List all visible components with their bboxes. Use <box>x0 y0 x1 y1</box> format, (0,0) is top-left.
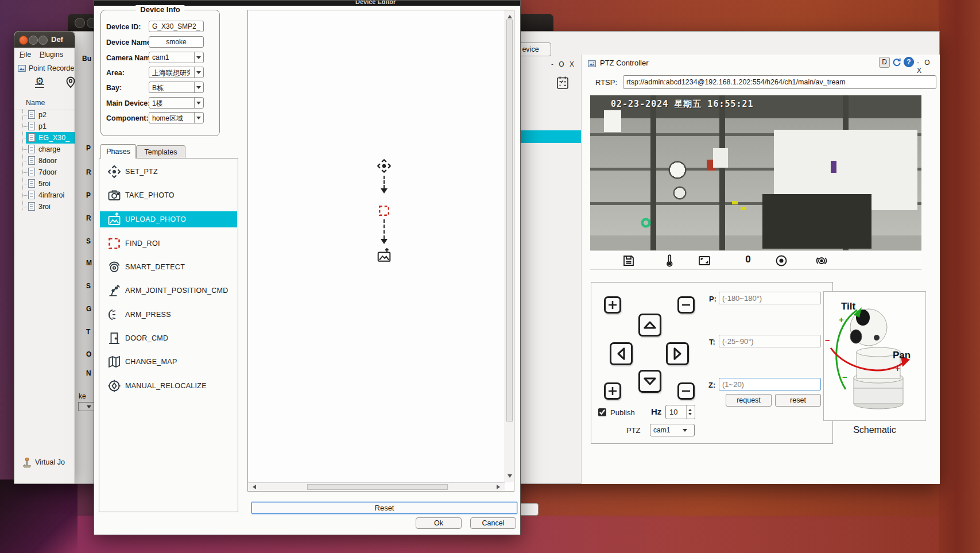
phase-item[interactable]: SET_PTZ <box>100 164 237 180</box>
panel-header: Point Recorde <box>14 63 75 75</box>
component-select[interactable]: home区域 <box>149 112 204 123</box>
checklist-icon[interactable] <box>556 75 570 90</box>
find-roi-icon <box>107 237 121 250</box>
cancel-button[interactable]: Cancel <box>470 517 516 529</box>
document-icon <box>28 191 35 199</box>
area-select[interactable]: 上海联想研究 <box>149 67 204 78</box>
tab-templates[interactable]: Templates <box>136 145 185 158</box>
panel-title: Point Recorde <box>29 64 74 72</box>
ok-button[interactable]: Ok <box>416 517 462 529</box>
pan-input[interactable] <box>719 292 821 304</box>
vertical-scrollbar[interactable] <box>505 10 514 482</box>
video-feed[interactable]: 02-23-2024 星期五 16:55:21 <box>590 95 921 250</box>
scroll-up-arrow[interactable] <box>508 13 512 18</box>
ptz-camera-select[interactable]: cam1 <box>650 424 695 436</box>
bg-fragment-label: ke <box>79 392 86 400</box>
bg-panel-window-controls[interactable]: - O X <box>551 60 576 68</box>
hz-spinner[interactable]: 10 <box>665 405 695 419</box>
scrollbar-thumb[interactable] <box>506 20 513 421</box>
scroll-left-arrow[interactable] <box>250 485 256 489</box>
document-icon <box>28 133 35 142</box>
ptz-camera-value: cam1 <box>653 426 670 434</box>
bay-select[interactable]: B栋 <box>149 82 204 93</box>
zoom-plus-button[interactable] <box>604 382 621 400</box>
tab-phases[interactable]: Phases <box>100 144 136 158</box>
phase-item[interactable]: DOOR_CMD <box>100 330 237 346</box>
tree-item[interactable]: 5roi <box>14 178 75 190</box>
save-icon[interactable] <box>622 254 636 268</box>
menu-file[interactable]: File <box>20 51 31 59</box>
tilt-down-button[interactable] <box>638 370 661 393</box>
minimize-icon[interactable] <box>29 36 38 45</box>
reset-button[interactable]: Reset <box>251 502 517 514</box>
tree-item[interactable]: p1 <box>14 121 75 132</box>
phase-item[interactable]: CHANGE_MAP <box>100 354 237 370</box>
bg-fragment-combo[interactable] <box>78 402 94 411</box>
tree-item-selected[interactable]: EG_X30_ <box>14 132 75 144</box>
ptz-window-controls[interactable]: - O X <box>917 59 940 75</box>
thermometer-icon[interactable] <box>663 254 676 268</box>
webcam-rotate-icon[interactable] <box>815 254 828 268</box>
phase-item[interactable]: MANUAL_RELOCALIZE <box>100 378 237 394</box>
refresh-icon[interactable] <box>892 57 902 68</box>
scrollbar-thumb[interactable] <box>307 484 448 490</box>
rtsp-label: RTSP: <box>595 78 617 87</box>
virtual-joystick-item[interactable]: Virtual Jo <box>14 456 75 470</box>
tree-item[interactable]: 7door <box>14 167 75 178</box>
tree-item[interactable]: p2 <box>14 109 75 121</box>
zoom-minus-button[interactable] <box>677 382 695 400</box>
flow-node-find-roi[interactable] <box>378 204 390 217</box>
main-device-select[interactable]: 1楼 <box>149 97 204 109</box>
phase-item[interactable]: ARM_JOINT_POSITION_CMD <box>100 283 237 299</box>
schematic-box: Tilt + − Pan + − <box>823 291 926 421</box>
phase-item[interactable]: TAKE_PHOTO <box>100 187 237 203</box>
tree-header[interactable]: Name <box>14 97 75 110</box>
menu-plugins[interactable]: Plugins <box>40 51 63 59</box>
document-icon <box>28 179 35 188</box>
rtsp-input[interactable] <box>623 75 936 89</box>
tree-item[interactable]: charge <box>14 144 75 155</box>
pan-plus-button[interactable] <box>604 296 621 314</box>
phase-item-selected[interactable]: UPLOAD_PHOTO <box>100 211 237 227</box>
flow-node-set-ptz[interactable] <box>377 158 392 173</box>
bg-fragment-label: P <box>86 144 91 152</box>
pan-minus-button[interactable] <box>677 296 695 314</box>
scroll-right-arrow[interactable] <box>497 485 502 489</box>
bg-fragment-label: S <box>86 282 91 290</box>
tilt-input[interactable] <box>719 335 821 347</box>
settings-gear-icon[interactable] <box>33 75 46 88</box>
tilt-up-button[interactable] <box>638 314 661 337</box>
flow-canvas[interactable] <box>247 10 514 492</box>
phase-item[interactable]: FIND_ROI <box>100 235 237 252</box>
left-window-titlebar[interactable]: Def <box>14 32 75 48</box>
pan-left-button[interactable] <box>610 342 633 365</box>
take-photo-icon <box>107 188 121 202</box>
reset-ptz-button[interactable]: reset <box>775 394 821 407</box>
record-icon[interactable] <box>774 254 788 268</box>
tree-item[interactable]: 4infraroi <box>14 190 75 201</box>
bg-fragment-label: Bu <box>82 55 91 63</box>
request-button[interactable]: request <box>726 394 772 407</box>
device-name-input[interactable] <box>149 36 204 48</box>
publish-checkbox[interactable] <box>598 408 606 416</box>
device-id-input[interactable] <box>149 21 204 32</box>
tree-item[interactable]: 3roi <box>14 201 75 212</box>
help-icon[interactable]: ? <box>904 57 914 67</box>
zoom-input[interactable] <box>719 378 821 390</box>
map-pin-icon[interactable] <box>64 75 75 89</box>
flow-node-upload-photo[interactable] <box>377 248 392 263</box>
maximize-icon[interactable] <box>38 36 48 45</box>
scroll-down-arrow[interactable] <box>508 474 512 480</box>
fullscreen-icon[interactable] <box>698 254 711 268</box>
ptz-d-button[interactable]: D <box>879 57 890 68</box>
horizontal-scrollbar[interactable] <box>248 482 505 491</box>
pan-right-button[interactable] <box>666 342 689 365</box>
bg-window-button-1[interactable] <box>75 18 85 28</box>
phase-item[interactable]: SMART_DETECT <box>100 259 237 275</box>
zoom-field-label: Z: <box>708 381 715 389</box>
close-icon[interactable] <box>19 36 28 45</box>
camera-name-select[interactable]: cam1 <box>149 52 204 63</box>
tree-item[interactable]: 8door <box>14 155 75 167</box>
hz-spin-buttons[interactable] <box>686 405 695 419</box>
phase-item[interactable]: ARM_PRESS <box>100 307 237 323</box>
